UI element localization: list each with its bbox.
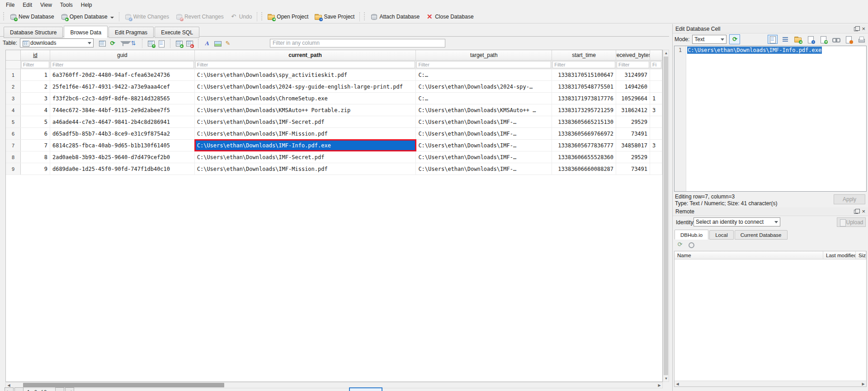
tab-dbhub-io[interactable]: DBHub.io [675,230,708,240]
cell-current_path-row9[interactable]: C:\Users\ethan\Downloads\IMF-Mission.pdf [195,163,416,174]
cell-start_time-row4[interactable]: 13383173295721259 [552,104,616,116]
identity-select[interactable]: Select an identity to connect [693,217,780,226]
column-header-received_bytes[interactable]: received_bytes [616,50,650,60]
row-header[interactable]: 4 [6,104,21,116]
column-header-start_time[interactable]: start_time [552,50,616,60]
cell-guid-row4[interactable]: 744ec672-384e-44bf-9115-2e9d2abee7f5 [50,104,195,116]
cell-guid-row9[interactable]: d689da0e-1d25-45f0-90fd-747f1db40c10 [50,163,195,174]
cell-current_path-row5[interactable]: C:\Users\ethan\Downloads\IMF-Secret.pdf [195,116,416,127]
column-header-guid[interactable]: guid [50,50,195,60]
float-panel-icon[interactable] [854,27,858,31]
cell-id-row8[interactable]: 8 [21,151,50,163]
undo-button[interactable]: ↶ Undo [227,12,255,22]
cell-target_path-row2[interactable]: C:\Users\ethan\Downloads\2024-spy-… [416,81,552,92]
column-header-target_path[interactable]: target_path [416,50,552,60]
table-select[interactable]: downloads [20,38,94,47]
refresh-icon[interactable]: ⟳ [109,40,116,47]
image-icon[interactable] [214,40,221,47]
menu-view[interactable]: View [36,0,56,9]
mode-select[interactable]: Text [692,35,726,44]
filter-input-id[interactable]: Filter [21,61,49,68]
menu-file[interactable]: File [2,0,19,9]
font-icon[interactable]: A [203,40,211,47]
cell-received_bytes-row7[interactable]: 34858017 [616,140,650,151]
cell-received_bytes-row2[interactable]: 1494260 [616,81,650,92]
row-header[interactable]: 3 [6,93,21,104]
menu-edit[interactable]: Edit [19,0,36,9]
delete-record-icon[interactable]: ▸ [186,40,193,47]
export-button[interactable]: ➜ [818,35,828,44]
cell-current_path-row4[interactable]: C:\Users\ethan\Downloads\KMSAuto++ Porta… [195,104,416,116]
next-record-button[interactable]: ▶ [55,387,64,391]
cell-extra-row1[interactable] [650,69,662,80]
clear-filter-icon[interactable] [119,40,127,47]
text-mode-button[interactable] [768,35,778,44]
cell-id-row1[interactable]: 1 [21,69,50,80]
tab-local[interactable]: Local [709,230,734,240]
scrollbar-thumb[interactable] [664,57,668,375]
column-header-last-modified[interactable]: Last modified [823,251,856,259]
cell-start_time-row2[interactable]: 13383170548775501 [552,81,616,92]
cell-id-row5[interactable]: 5 [21,116,50,127]
row-header[interactable]: 1 [6,69,21,80]
filter-input-target_path[interactable]: Filter [416,61,551,68]
cell-received_bytes-row6[interactable]: 73491 [616,128,650,139]
dock-splitter[interactable] [669,24,672,391]
column-header-name[interactable]: Name [675,251,823,259]
row-header[interactable]: 8 [6,151,21,163]
cell-extra-row4[interactable]: 3 [650,104,662,116]
filter-input-extra[interactable]: Fi [651,61,661,68]
filter-input-start_time[interactable]: Filter [552,61,615,68]
selected-cell-current_path-row7[interactable]: C:\Users\ethan\Downloads\IMF-Info.pdf.ex… [195,140,416,151]
menu-help[interactable]: Help [77,0,96,9]
last-record-button[interactable]: ▶| [65,387,74,391]
cell-extra-row5[interactable] [650,116,662,127]
cell-id-row2[interactable]: 2 [21,81,50,92]
scroll-left-icon[interactable]: ◀ [675,381,680,386]
cell-extra-row7[interactable]: 3 [650,140,662,151]
cell-target_path-row7[interactable]: C:\Users\ethan\Downloads\IMF-… [416,140,552,151]
cell-start_time-row1[interactable]: 13383170515100647 [552,69,616,80]
open-project-button[interactable]: ➜ Open Project [264,12,311,22]
cell-target_path-row4[interactable]: C:\Users\ethan\Downloads\KMSAuto++ … [416,104,552,116]
tab-execute-sql[interactable]: Execute SQL [155,27,199,38]
cell-received_bytes-row9[interactable]: 73491 [616,163,650,174]
cell-guid-row5[interactable]: a46ade44-c7e3-4647-9841-2b4c8d286941 [50,116,195,127]
cell-target_path-row9[interactable]: C:\Users\ethan\Downloads\IMF-… [416,163,552,174]
row-header[interactable]: 2 [6,81,21,92]
cell-guid-row7[interactable]: 6814c285-fbca-40ab-9d65-b1b130f61405 [50,140,195,151]
filter-input-current_path[interactable]: Filter [195,61,415,68]
cell-editor[interactable]: 1 C:\Users\ethan\Downloads\IMF-Info.pdf.… [674,46,867,192]
cell-guid-row3[interactable]: f33f2bc6-c2c3-4d9f-8dfe-88214d328565 [50,93,195,104]
cell-target_path-row3[interactable]: C:… [416,93,552,104]
word-wrap-button[interactable] [780,35,790,44]
cell-id-row4[interactable]: 4 [21,104,50,116]
cell-guid-row2[interactable]: 25fe1f6e-4617-4931-9422-a73e9aaa4cef [50,81,195,92]
cell-id-row7[interactable]: 7 [21,140,50,151]
row-header[interactable]: 6 [6,128,21,139]
tab-database-structure[interactable]: Database Structure [4,27,63,38]
any-column-filter-input[interactable]: Filter in any column [270,39,445,47]
scroll-down-icon[interactable]: ▼ [663,376,669,382]
previous-record-button[interactable]: ◀ [14,387,24,391]
editor-content[interactable]: C:\Users\ethan\Downloads\IMF-Info.pdf.ex… [686,46,866,191]
cell-received_bytes-row5[interactable]: 29529 [616,116,650,127]
new-database-button[interactable]: + New Database [6,12,57,22]
cell-extra-row3[interactable]: 1 [650,93,662,104]
cell-current_path-row8[interactable]: C:\Users\ethan\Downloads\IMF-Secret.pdf [195,151,416,163]
cell-target_path-row1[interactable]: C:… [416,69,552,80]
menu-tools[interactable]: Tools [56,0,77,9]
cell-guid-row1[interactable]: 6a3760ff-20d2-4480-94af-cfea63e24736 [50,69,195,80]
save-file-button[interactable]: ▪ [806,35,816,44]
cell-target_path-row8[interactable]: C:\Users\ethan\Downloads\IMF-… [416,151,552,163]
revert-changes-button[interactable]: ↶ Revert Changes [172,12,227,22]
table-icon[interactable] [99,40,106,47]
goto-button[interactable] [349,387,382,391]
close-panel-icon[interactable]: × [862,209,865,214]
cell-start_time-row3[interactable]: 13383171973817776 [552,93,616,104]
print-button[interactable] [856,35,866,44]
cell-start_time-row8[interactable]: 13383606655528360 [552,151,616,163]
column-header-extra[interactable] [650,50,662,60]
column-header-id[interactable]: id [21,50,50,60]
cell-received_bytes-row1[interactable]: 3124997 [616,69,650,80]
